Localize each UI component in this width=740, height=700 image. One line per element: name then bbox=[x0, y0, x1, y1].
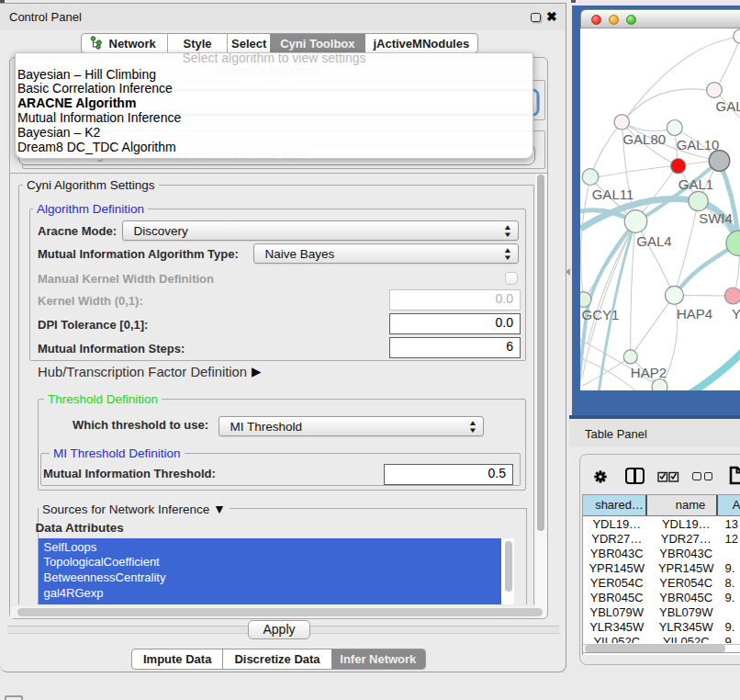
svg-text:GAL10: GAL10 bbox=[677, 137, 720, 152]
svg-text:GAL80: GAL80 bbox=[622, 131, 666, 147]
svg-text:YMR: YMR bbox=[732, 306, 740, 322]
svg-text:GAL7: GAL7 bbox=[716, 98, 740, 114]
svg-text:GAL1: GAL1 bbox=[678, 176, 713, 192]
svg-text:HAP2: HAP2 bbox=[631, 365, 667, 380]
svg-text:GAL4: GAL4 bbox=[636, 233, 671, 249]
svg-text:GCY1: GCY1 bbox=[582, 307, 620, 322]
svg-text:SWI4: SWI4 bbox=[699, 210, 733, 226]
svg-text:HAP4: HAP4 bbox=[677, 306, 712, 322]
svg-text:GAL11: GAL11 bbox=[592, 186, 634, 202]
